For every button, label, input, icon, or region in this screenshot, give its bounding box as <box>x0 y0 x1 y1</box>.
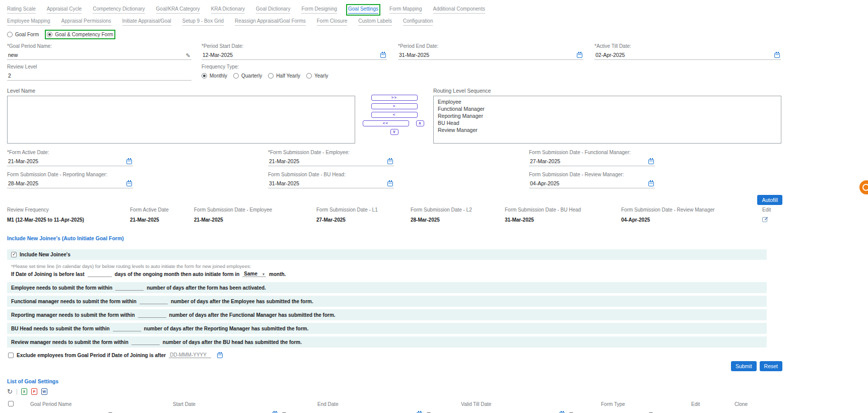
calendar-icon[interactable] <box>387 181 393 186</box>
freq-edit-cell <box>762 217 785 223</box>
routing-level-functional-manager[interactable]: Functional Manager <box>434 105 781 112</box>
tab-appraisal-permissions[interactable]: Appraisal Permissions <box>61 18 111 26</box>
tab-form-mapping[interactable]: Form Mapping <box>389 6 422 14</box>
level-name-listbox[interactable] <box>7 96 355 144</box>
calendar-icon[interactable] <box>648 159 654 164</box>
tab-custom-labels[interactable]: Custom Labels <box>358 18 392 26</box>
export-word-icon[interactable]: W <box>41 388 47 395</box>
calendar-icon[interactable] <box>774 53 780 58</box>
goal-form-radio[interactable]: Goal Form <box>7 32 39 37</box>
frequency-option-half-yearly[interactable]: Half Yearly <box>268 73 300 79</box>
submission-functional-manager-label: Form Submission Date - Functional Manage… <box>529 150 790 155</box>
days-input[interactable] <box>140 298 168 304</box>
goal-competency-form-radio[interactable]: Goal & Competency Form <box>47 32 113 37</box>
move-all-right-button[interactable]: >> <box>371 95 418 101</box>
move-up-button[interactable]: ∧ <box>416 120 424 126</box>
joinee-rule-row: Reporting manager needs to submit the fo… <box>7 309 767 320</box>
submission-functional-manager-input[interactable]: 27-Mar-2025 <box>529 156 655 166</box>
frequency-option-yearly[interactable]: Yearly <box>306 73 328 79</box>
tab-competency-dictionary[interactable]: Competency Dictionary <box>93 6 145 14</box>
routing-level-listbox[interactable]: EmployeeFunctional ManagerReporting Mana… <box>433 96 781 144</box>
tab-form-designing[interactable]: Form Designing <box>301 6 337 14</box>
move-all-left-button[interactable]: << <box>363 120 409 126</box>
routing-level-reporting-manager[interactable]: Reporting Manager <box>434 112 781 119</box>
month-select[interactable]: Same ▾ <box>242 271 266 277</box>
tab-setup-9-box-grid[interactable]: Setup 9 - Box Grid <box>182 18 224 26</box>
include-new-joinees-link[interactable]: Include New Joinee's (Auto Initiate Goal… <box>7 235 124 241</box>
submission-employee-input[interactable]: 21-Mar-2025 <box>268 156 394 166</box>
routing-level-bu-head[interactable]: BU Head <box>434 119 781 126</box>
calendar-icon[interactable] <box>380 53 386 58</box>
joinee-rule-row: Functional manager needs to submit the f… <box>7 296 767 307</box>
submission-reporting-manager-input[interactable]: 28-Mar-2025 <box>7 178 133 188</box>
move-right-button[interactable]: > <box>371 103 418 109</box>
frequency-option-label: Yearly <box>314 73 328 79</box>
select-all-checkbox[interactable] <box>8 401 14 406</box>
frequency-option-monthly[interactable]: Monthly <box>202 73 227 79</box>
calendar-icon[interactable] <box>577 53 582 58</box>
calendar-icon[interactable] <box>387 159 393 164</box>
freq-col-header-form-submission-date-review-manager: Form Submission Date - Review Manager <box>621 207 762 213</box>
calendar-icon[interactable] <box>126 181 132 186</box>
tab-reassign-appraisal-goal-forms[interactable]: Reassign Appraisal/Goal Forms <box>235 18 306 26</box>
name-filter-input[interactable] <box>30 410 105 413</box>
tab-additional-components[interactable]: Additional Components <box>433 6 485 14</box>
move-left-button[interactable]: < <box>371 112 418 118</box>
form-active-date-input[interactable]: 21-Mar-2025 <box>7 156 133 166</box>
tab-goal-dictionary[interactable]: Goal Dictionary <box>256 6 290 14</box>
days-input[interactable] <box>115 285 144 291</box>
tab-goal-settings[interactable]: Goal Settings <box>348 6 378 14</box>
days-input[interactable] <box>131 339 160 345</box>
include-new-joinees-label: Include New Joinee's <box>20 252 71 257</box>
routing-level-employee[interactable]: Employee <box>434 98 781 105</box>
submission-review-manager-input[interactable]: 04-Apr-2025 <box>529 178 655 188</box>
refresh-icon[interactable]: ↻ <box>7 389 13 395</box>
column-header-form-type: Form Type <box>601 401 691 407</box>
start-date-filter-input[interactable] <box>173 410 279 413</box>
reset-button[interactable]: Reset <box>760 361 782 371</box>
tab-goal-kra-category[interactable]: Goal/KRA Category <box>156 6 200 14</box>
rule-post-text: number of days after the form has been a… <box>147 285 266 291</box>
review-level-input[interactable]: 2 <box>7 71 191 81</box>
tab-appraisal-cycle[interactable]: Appraisal Cycle <box>47 6 82 14</box>
submission-bu-head-input[interactable]: 31-Mar-2025 <box>268 178 394 188</box>
active-till-date-input[interactable]: 02-Apr-2025 <box>594 50 781 60</box>
calendar-icon[interactable] <box>648 181 654 186</box>
calendar-icon[interactable] <box>217 353 223 358</box>
period-start-date-input[interactable]: 12-Mar-2025 <box>202 50 387 60</box>
export-excel-icon[interactable]: X <box>21 388 27 395</box>
tab-rating-scale[interactable]: Rating Scale <box>7 6 36 14</box>
select-all-cell <box>7 401 30 407</box>
valid-till-filter-input[interactable] <box>461 410 566 413</box>
routing-level-review-manager[interactable]: Review Manager <box>434 126 781 133</box>
edit-pencil-icon[interactable]: ✎ <box>186 53 190 58</box>
export-pdf-icon[interactable]: P <box>31 388 37 395</box>
days-input[interactable] <box>113 325 141 331</box>
exclude-date-input[interactable]: DD-MMM-YYYY <box>169 352 211 358</box>
doj-days-input[interactable] <box>88 271 112 277</box>
submit-button[interactable]: Submit <box>731 361 757 371</box>
frequency-option-quarterly[interactable]: Quarterly <box>233 73 262 79</box>
edit-icon[interactable] <box>762 217 767 222</box>
period-end-date-input[interactable]: 31-Mar-2025 <box>398 50 583 60</box>
include-new-joinees-checkbox[interactable] <box>11 252 17 257</box>
exclude-employees-label: Exclude employees from Goal Period if Da… <box>17 353 166 358</box>
rule-post-text: number of days after the Employee has su… <box>171 299 313 304</box>
freq-cell: 28-Mar-2025 <box>411 217 505 223</box>
goal-period-name-input[interactable]: new ✎ <box>7 50 191 60</box>
days-input[interactable] <box>138 312 166 318</box>
tab-kra-dictionary[interactable]: KRA Dictionary <box>211 6 245 14</box>
autofill-button[interactable]: Autofill <box>757 195 782 205</box>
column-header-end-date: End Date <box>317 401 461 407</box>
frequency-summary-header: Review FrequencyForm Active DateForm Sub… <box>7 207 785 213</box>
calendar-icon[interactable] <box>126 159 132 164</box>
tab-configuration[interactable]: Configuration <box>403 18 433 26</box>
tab-form-closure[interactable]: Form Closure <box>317 18 348 26</box>
tab-initiate-appraisal-goal[interactable]: Initiate Appraisal/Goal <box>122 18 171 26</box>
move-down-button[interactable]: ∨ <box>390 129 398 135</box>
exclude-employees-checkbox[interactable] <box>8 353 14 358</box>
tab-employee-mapping[interactable]: Employee Mapping <box>7 18 50 26</box>
end-date-filter-input[interactable] <box>317 410 423 413</box>
form-type-filter-input[interactable] <box>601 410 645 413</box>
freq-col-header-form-submission-date-employee: Form Submission Date - Employee <box>194 207 316 213</box>
